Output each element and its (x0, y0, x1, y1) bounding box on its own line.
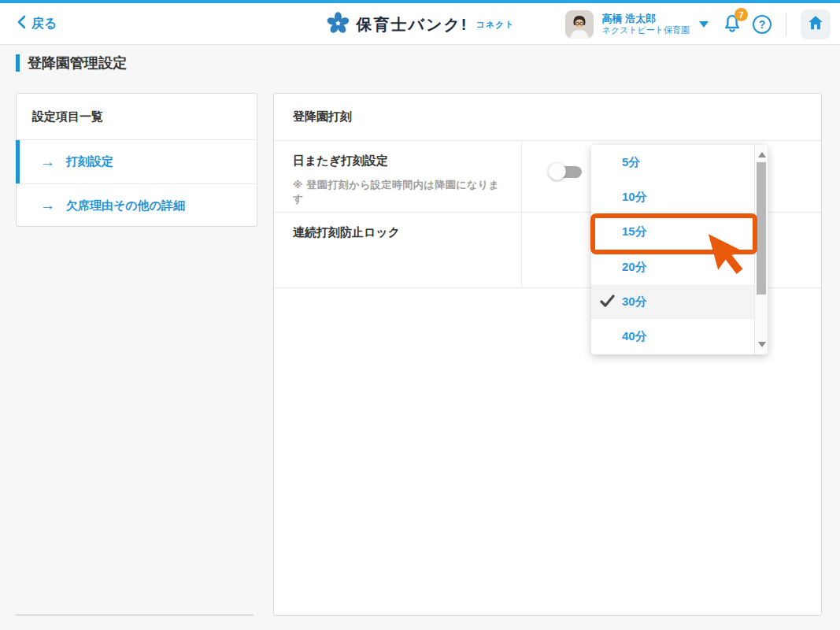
day-crossing-toggle[interactable] (550, 165, 582, 178)
dropdown-option-40min[interactable]: 40分 (591, 319, 754, 354)
scroll-up-arrow-icon[interactable] (758, 152, 766, 158)
setting-label: 日またぎ打刻設定 (293, 154, 505, 169)
user-info[interactable]: 高橋 浩太郎 ネクストビート保育園 (601, 13, 690, 36)
user-name: 高橋 浩太郎 (601, 13, 690, 25)
caret-down-icon[interactable] (699, 17, 709, 32)
title-accent-bar (16, 54, 20, 72)
setting-note: ※ 登園打刻から設定時間内は降園になります (293, 178, 505, 206)
row-label-column: 連続打刻防止ロック (274, 213, 522, 287)
option-label: 15分 (622, 224, 647, 239)
user-area: 高橋 浩太郎 ネクストビート保育園 7 ? (565, 9, 831, 39)
page-title: 登降園管理設定 (28, 54, 127, 72)
header-divider (786, 13, 786, 36)
notification-bell-button[interactable]: 7 (721, 13, 745, 36)
dropdown-option-5min[interactable]: 5分 (591, 145, 754, 180)
check-icon (600, 295, 615, 310)
option-label: 10分 (622, 190, 647, 205)
sidebar-item-punch-settings[interactable]: → 打刻設定 (17, 140, 257, 183)
sakura-flower-icon (325, 11, 350, 39)
logo-text-sub: コネクト (476, 19, 515, 31)
sidebar-item-absence-reason-details[interactable]: → 欠席理由その他の詳細 (17, 183, 257, 227)
avatar[interactable] (565, 10, 594, 39)
setting-label: 連続打刻防止ロック (293, 225, 505, 240)
back-label: 戻る (31, 16, 57, 32)
dropdown-scrollbar[interactable] (754, 145, 768, 354)
sidebar-item-label: 打刻設定 (66, 154, 113, 169)
row-label-column: 日またぎ打刻設定 ※ 登園打刻から設定時間内は降園になります (274, 141, 522, 212)
help-button[interactable]: ? (753, 15, 772, 34)
question-mark-icon: ? (759, 18, 766, 31)
sidebar-bottom-divider (16, 614, 253, 616)
option-label: 5分 (622, 155, 640, 170)
sidebar-title: 設定項目一覧 (17, 94, 257, 140)
toggle-knob (548, 162, 566, 180)
arrow-right-icon: → (40, 197, 55, 214)
app-logo: 保育士バンク! コネクト (325, 11, 514, 39)
page-title-block: 登降園管理設定 (16, 54, 127, 72)
back-button[interactable]: 戻る (17, 15, 57, 32)
settings-sidebar: 設定項目一覧 → 打刻設定 → 欠席理由その他の詳細 (16, 93, 257, 227)
scrollbar-thumb[interactable] (757, 162, 766, 295)
dropdown-option-20min[interactable]: 20分 (591, 250, 754, 284)
dropdown-options-list: 5分 10分 15分 20分 30分 40分 (591, 145, 754, 354)
dropdown-option-15min[interactable]: 15分 (591, 215, 754, 250)
option-label: 40分 (622, 329, 647, 344)
option-label: 30分 (622, 295, 647, 309)
sidebar-item-label: 欠席理由その他の詳細 (66, 198, 185, 213)
duration-dropdown-menu: 5分 10分 15分 20分 30分 40分 (591, 145, 768, 354)
app-header: 戻る 保育士バンク! コネクト (0, 3, 840, 45)
home-icon (807, 14, 824, 35)
arrow-right-icon: → (40, 154, 55, 171)
scroll-down-arrow-icon[interactable] (758, 342, 766, 347)
dropdown-option-10min[interactable]: 10分 (591, 180, 754, 214)
bell-icon (721, 24, 743, 37)
panel-title: 登降園打刻 (274, 94, 821, 141)
user-organization: ネクストビート保育園 (601, 25, 690, 36)
home-button[interactable] (801, 9, 831, 39)
chevron-left-icon (17, 15, 26, 32)
notification-badge: 7 (735, 8, 748, 21)
logo-text-main: 保育士バンク! (356, 14, 468, 35)
app-screen: 戻る 保育士バンク! コネクト (0, 0, 840, 630)
dropdown-option-30min[interactable]: 30分 (591, 284, 754, 319)
option-label: 20分 (622, 260, 647, 275)
